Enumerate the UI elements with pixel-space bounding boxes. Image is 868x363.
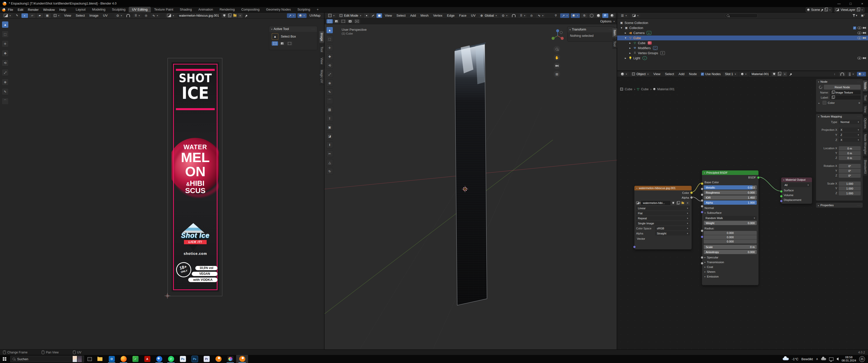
uv-overlays-dropdown[interactable] (298, 13, 307, 18)
network-icon[interactable] (829, 358, 833, 361)
vp-select-invert[interactable] (347, 19, 353, 24)
taskbar-app-green[interactable]: ✓ (129, 355, 141, 363)
anisotropy-slider[interactable]: Anisotropy0.000 (704, 250, 757, 254)
tray-expand-icon[interactable]: ∧ (816, 357, 818, 361)
uv-select-edge-icon[interactable]: ▱ (29, 13, 36, 18)
disable-render-icon[interactable] (863, 37, 866, 39)
image-folder-icon[interactable] (680, 201, 685, 205)
parent-node-tree-icon[interactable]: ↑ (831, 72, 838, 76)
navigation-gizmo[interactable] (550, 28, 565, 43)
outliner-row-vertex-groups[interactable]: ▸ ⠿ Vertex Groups ⠿ (617, 51, 868, 56)
vp-tool-poly-build[interactable]: △ (326, 159, 333, 166)
pin-icon[interactable] (821, 8, 823, 10)
uv-select-vertex-icon[interactable]: ▪ (22, 13, 28, 18)
expand-icon[interactable]: ▸ (624, 31, 627, 35)
uv-select-island-icon[interactable]: ▦ (44, 13, 51, 18)
vp-tool-transform[interactable]: ⊕ (326, 80, 333, 87)
vp-tool-annotate[interactable]: ✎ (326, 89, 333, 95)
weather-temp[interactable]: -1°C (792, 357, 798, 361)
weight-slider[interactable]: Weight0.000 (704, 221, 757, 225)
pivot-dropdown[interactable]: ⊙ (500, 13, 509, 18)
tab-texture-paint[interactable]: Texture Paint (151, 7, 177, 12)
scale-x-field[interactable]: 1.000 (839, 182, 861, 186)
outliner-row-light[interactable]: ▸ 💡 Light • (617, 56, 868, 61)
sh-tab-tool[interactable]: Tool (863, 93, 868, 103)
taskbar-app-premiere[interactable]: Pr (200, 355, 213, 363)
outliner-row-modifiers[interactable]: ▸ ⚒ Modifiers ◯ (617, 45, 868, 51)
node-label-field[interactable] (830, 95, 861, 100)
uv-tool-scale[interactable]: ⤢ (2, 69, 8, 76)
sh-snap-dropdown[interactable]: ⣿ (847, 72, 856, 76)
tab-shading[interactable]: Shading (177, 7, 195, 12)
image-texture-node[interactable]: watermelon-hibiscus.jpg.001 Color Alpha … (634, 186, 692, 250)
menu-window[interactable]: Window (41, 8, 57, 11)
select-mode-subtract[interactable] (286, 41, 293, 45)
outliner-row-cube-object[interactable]: ▾ ▽ Cube (617, 36, 868, 40)
uv-tab-magic-uv[interactable]: Magic UV (319, 68, 324, 85)
vp-tool-knife[interactable]: ✂ (326, 150, 333, 157)
uv-tool-move[interactable]: ✥ (2, 50, 8, 57)
tab-geometry-nodes[interactable]: Geometry Nodes (263, 7, 294, 12)
hide-viewport-icon[interactable] (858, 37, 862, 39)
vp-menu-select[interactable]: Select (394, 13, 407, 18)
extension-dropdown[interactable]: Repeat (636, 216, 690, 220)
vp-select-extend[interactable] (333, 19, 340, 24)
falloff-dropdown[interactable]: ∿ (536, 13, 545, 18)
unlink-scene-icon[interactable]: × (829, 8, 831, 11)
uv-gizmo-dropdown[interactable]: ↗ (287, 13, 296, 18)
uv-proportional-icon[interactable]: ◎ (143, 13, 149, 18)
radius-y-field[interactable]: 0.000 (704, 235, 757, 239)
outliner-row-scene-collection[interactable]: ▣ Scene Collection (617, 21, 868, 25)
sh-tab-blenderkit[interactable]: BlenderKit (863, 158, 868, 176)
subsurface-scale-slider[interactable]: Scale0 m (704, 245, 757, 249)
material-browse-dropdown[interactable] (739, 72, 748, 76)
color-space-dropdown[interactable]: sRGB (655, 226, 690, 230)
uv-menu-select[interactable]: Select (74, 13, 87, 18)
orientation-dropdown[interactable]: ⊕Global (479, 13, 499, 18)
output-target-dropdown[interactable]: All (783, 183, 810, 187)
radius-x-field[interactable]: 0.000 (704, 231, 757, 235)
taskbar-app-blue-circle[interactable] (153, 355, 165, 363)
expand-icon[interactable]: ▸ (628, 41, 632, 45)
vp-menu-add[interactable]: Add (408, 13, 418, 18)
taskbar-app-blender-active[interactable] (236, 355, 248, 363)
menu-edit[interactable]: Edit (16, 8, 26, 11)
material-output-node[interactable]: Material Output All Surface Volume Displ… (781, 177, 812, 204)
uv-pivot-dropdown[interactable]: ⊙ (115, 13, 124, 18)
uv-menu-uv[interactable]: UV (101, 13, 110, 18)
outliner-row-cube-mesh[interactable]: ▸ ▽ Cube (617, 41, 868, 45)
uv-snap-dropdown[interactable]: ⠿ (133, 13, 142, 18)
sheen-section[interactable]: Sheen (702, 269, 758, 274)
taskbar-app-firefox[interactable] (118, 355, 129, 363)
radius-z-field[interactable]: 0.000 (704, 239, 757, 243)
subsurface-method-dropdown[interactable]: Random Walk (704, 216, 757, 220)
vp-tool-tweak[interactable]: ▲ (326, 27, 333, 34)
specular-section[interactable]: Specular (702, 255, 758, 260)
location-x-field[interactable]: 0 m (839, 146, 861, 151)
uv-select-face-icon[interactable]: ▰ (37, 13, 43, 18)
image-value-field[interactable]: watermelon-hibi... (641, 200, 671, 205)
location-y-field[interactable]: 0 m (839, 151, 861, 155)
projection-z-dropdown[interactable]: X (839, 138, 861, 142)
mode-dropdown[interactable]: Edit Mode (338, 13, 363, 18)
expand-icon[interactable]: ▸ (628, 46, 632, 50)
collection-checkbox[interactable]: ✓ (853, 27, 856, 30)
edge-select-icon[interactable] (370, 13, 376, 18)
outliner-row-collection[interactable]: ▾ ▣ Collection ✓ (617, 26, 868, 30)
node-canvas[interactable]: Cube › ▽Cube › Material.001 watermelon-h… (617, 77, 868, 350)
vp-menu-view[interactable]: View (383, 13, 394, 18)
camera-view-icon[interactable] (554, 63, 560, 69)
outliner-display-dropdown[interactable] (630, 13, 641, 18)
scale-z-field[interactable]: 1.000 (839, 191, 861, 195)
alpha-slider[interactable]: Alpha1.000 (704, 200, 757, 205)
uv-tool-rotate[interactable]: ⟲ (2, 60, 8, 66)
vp-tool-rotate[interactable]: ⟲ (326, 62, 333, 69)
uv-map-selector[interactable]: UVMap (308, 13, 322, 18)
transmission-section[interactable]: Transmission (702, 260, 758, 264)
vp-tool-move[interactable]: ✥ (326, 53, 333, 60)
minimize-button[interactable]: — (833, 0, 845, 7)
node-name-field[interactable]: Image Texture (830, 90, 861, 95)
use-nodes-checkbox[interactable]: ✓ (701, 73, 704, 76)
open-image-folder-icon[interactable] (232, 13, 237, 18)
viewport-scene[interactable] (324, 24, 617, 350)
